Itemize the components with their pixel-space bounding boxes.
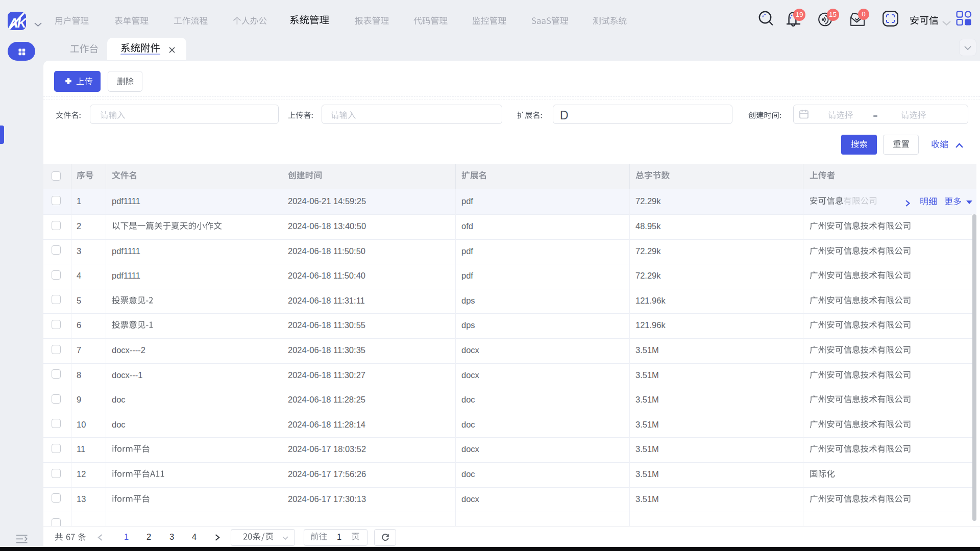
svg-text:AK: AK xyxy=(9,16,27,30)
